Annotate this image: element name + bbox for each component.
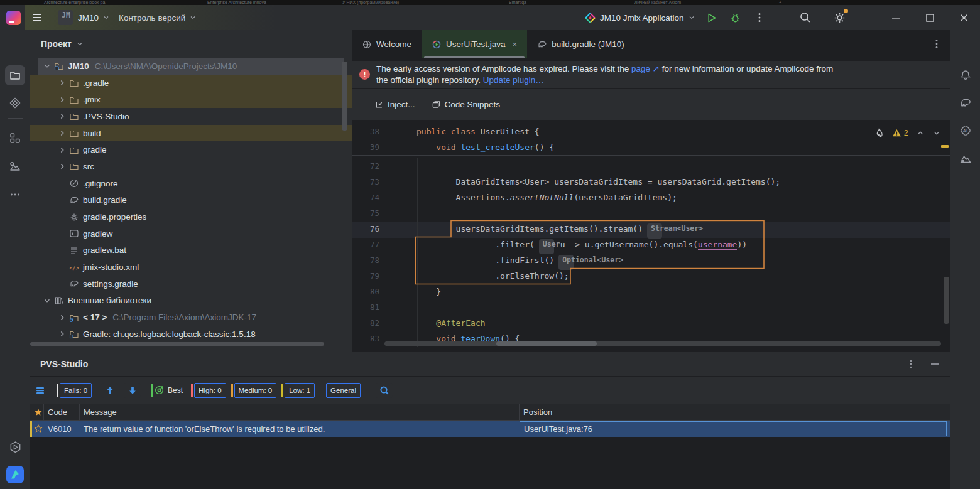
pvs-issue-row[interactable]: V6010 The return value of function 'orEl… <box>30 421 950 437</box>
tree-item-settings-gradle[interactable]: settings.gradle <box>30 276 352 293</box>
tab-userui-test[interactable]: UserUiTest.java × <box>422 30 527 58</box>
pvs-best-filter-button[interactable]: Best <box>154 385 183 395</box>
tab-close-icon[interactable]: × <box>513 40 518 49</box>
tree-item-jmix[interactable]: .jmix <box>30 91 352 108</box>
code-line-72[interactable]: 72 <box>352 158 950 174</box>
tree-item-gradlew-bat[interactable]: gradlew.bat <box>30 242 352 259</box>
editor-horizontal-scrollbar[interactable] <box>384 341 941 346</box>
pvs-menu-button[interactable] <box>31 383 48 398</box>
pvs-general-filter-button[interactable]: General <box>326 383 361 398</box>
update-plugin-link[interactable]: Update plugin… <box>483 75 544 85</box>
code-snippets-button[interactable]: Code Snippets <box>432 100 501 109</box>
pvs-next-button[interactable] <box>124 383 141 398</box>
pvs-high-filter-button[interactable]: High: 0 <box>194 383 226 398</box>
window-maximize-button[interactable] <box>922 10 937 25</box>
code-column-header[interactable]: Code <box>44 404 80 420</box>
tab-options-button[interactable] <box>931 38 942 50</box>
editor-vertical-scrollbar[interactable] <box>944 277 949 324</box>
tree-item-jmix-studio-xml[interactable]: </>jmix-studio.xml <box>30 259 352 276</box>
chevron-right-icon[interactable] <box>55 162 69 171</box>
tree-item-gitignore[interactable]: .gitignore <box>30 175 352 192</box>
code-line-80[interactable]: 80 } <box>352 284 950 299</box>
chevron-down-icon[interactable] <box>40 62 54 70</box>
code-line-74[interactable]: 74 Assertions.assertNotNull(usersDataGri… <box>352 190 950 205</box>
tree-item-jm10[interactable]: JM10C:\Users\NMA\OpenideProjects\JM10 <box>30 58 352 75</box>
debug-button[interactable] <box>728 10 743 25</box>
tool-problems-button[interactable] <box>5 156 25 176</box>
chevron-right-icon[interactable] <box>55 78 69 87</box>
tree-item-src[interactable]: src <box>30 158 352 175</box>
code-line-39[interactable]: 39 void test_createUser() { <box>352 139 950 155</box>
pvs-low-filter-button[interactable]: Low: 1 <box>285 383 315 398</box>
pvs-medium-filter-button[interactable]: Medium: 0 <box>234 383 277 398</box>
search-everywhere-button[interactable] <box>798 10 813 25</box>
panel-options-button[interactable] <box>906 359 916 369</box>
project-tree-horizontal-scrollbar[interactable] <box>30 342 324 346</box>
run-button[interactable] <box>704 10 719 25</box>
window-close-button[interactable] <box>956 10 971 25</box>
settings-button[interactable] <box>832 10 847 25</box>
code-line-78[interactable]: 78 .findFirst()Optional<User> <box>352 252 950 268</box>
tree-item-gradle[interactable]: gradle <box>30 141 352 158</box>
tool-ai-assistant-button[interactable]: AI <box>956 121 976 141</box>
code-line-77[interactable]: 77 .filter(User u -> u.getUsername().equ… <box>352 237 950 252</box>
chevron-right-icon[interactable] <box>55 146 69 154</box>
tree-item-внешние-библиотеки[interactable]: Внешние библиотеки <box>30 293 352 309</box>
tool-jmix-button[interactable] <box>5 93 25 113</box>
pvs-fails-filter-button[interactable]: Fails: 0 <box>60 383 92 398</box>
tree-item-build-gradle[interactable]: build.gradle <box>30 192 352 209</box>
inspections-widget[interactable]: 2 <box>874 127 941 138</box>
tree-item-gradle-properties[interactable]: gradle.properties <box>30 208 352 225</box>
tool-structure-button[interactable] <box>5 128 25 148</box>
warning-counter[interactable]: 2 <box>892 128 908 137</box>
page-link[interactable]: page ↗ <box>631 64 660 73</box>
window-minimize-button[interactable] <box>888 10 903 25</box>
chevron-right-icon[interactable] <box>55 112 69 121</box>
chevron-right-icon[interactable] <box>55 330 69 338</box>
code-line-75[interactable]: 75 <box>352 205 950 221</box>
tree-item-pvs-studio[interactable]: .PVS-Studio <box>30 108 352 125</box>
code-line-76[interactable]: 76 usersDataGridItems.getItems().stream(… <box>352 221 950 237</box>
code-line-79[interactable]: 79 .orElseThrow(); <box>352 268 950 284</box>
project-widget[interactable]: JM JM10 <box>53 10 110 25</box>
chevron-right-icon[interactable] <box>55 313 69 322</box>
panel-hide-button[interactable] <box>930 359 940 369</box>
tree-item-gradle-ch-qos-logback-logback-classic-1-5-18[interactable]: Gradle: ch.qos.logback:logback-classic:1… <box>30 326 352 343</box>
tool-more-button[interactable] <box>5 185 25 205</box>
tool-notifications-button[interactable] <box>956 65 976 85</box>
tab-welcome[interactable]: Welcome <box>352 30 422 58</box>
favorites-column-header[interactable] <box>30 404 44 420</box>
tree-item-gradle[interactable]: .gradle <box>30 75 352 92</box>
project-view-header[interactable]: Проект <box>30 30 352 58</box>
tool-pvs-studio-button[interactable] <box>5 465 25 485</box>
run-configuration-selector[interactable]: JM10 Jmix Application <box>584 12 695 24</box>
position-column-header[interactable]: Position <box>520 404 950 420</box>
chevron-right-icon[interactable] <box>55 129 69 137</box>
pvs-search-button[interactable] <box>376 383 393 398</box>
vcs-widget[interactable]: Контроль версий <box>119 13 197 23</box>
diagnostic-code-link[interactable]: V6010 <box>48 424 72 434</box>
code-line-73[interactable]: 73 DataGridItems<User> usersDataGridItem… <box>352 174 950 190</box>
tab-build-gradle[interactable]: build.gradle (JM10) <box>527 30 634 58</box>
code-line-81[interactable]: 81 <box>352 299 950 315</box>
tree-item-17[interactable]: < 17 >C:\Program Files\Axiom\AxiomJDK-17 <box>30 309 352 326</box>
tool-gradle-button[interactable] <box>956 93 976 113</box>
code-line-82[interactable]: 82 @AfterEach <box>352 315 950 331</box>
tool-services-button[interactable] <box>5 437 25 457</box>
code-editor[interactable]: 7273 DataGridItems<User> usersDataGridIt… <box>352 156 950 347</box>
message-column-header[interactable]: Message <box>80 404 520 420</box>
sticky-lines[interactable]: 38public class UserUiTest {39 void test_… <box>352 122 950 156</box>
tree-item-gradlew[interactable]: gradlew <box>30 225 352 242</box>
diagnostic-position-cell[interactable]: UserUiTest.java:76 <box>520 421 947 436</box>
more-actions-button[interactable] <box>752 10 767 25</box>
project-tree-vertical-scrollbar[interactable] <box>342 62 347 131</box>
tree-item-build[interactable]: build <box>30 125 352 142</box>
chevron-right-icon[interactable] <box>55 95 69 104</box>
main-menu-button[interactable] <box>30 10 45 25</box>
pvs-prev-button[interactable] <box>101 383 118 398</box>
code-line-38[interactable]: 38public class UserUiTest { <box>352 124 950 139</box>
tool-project-button[interactable] <box>5 65 25 85</box>
error-stripe-warning-mark[interactable] <box>941 145 949 148</box>
tool-amplicode-button[interactable] <box>956 149 976 169</box>
inject-button[interactable]: Inject... <box>374 100 415 109</box>
